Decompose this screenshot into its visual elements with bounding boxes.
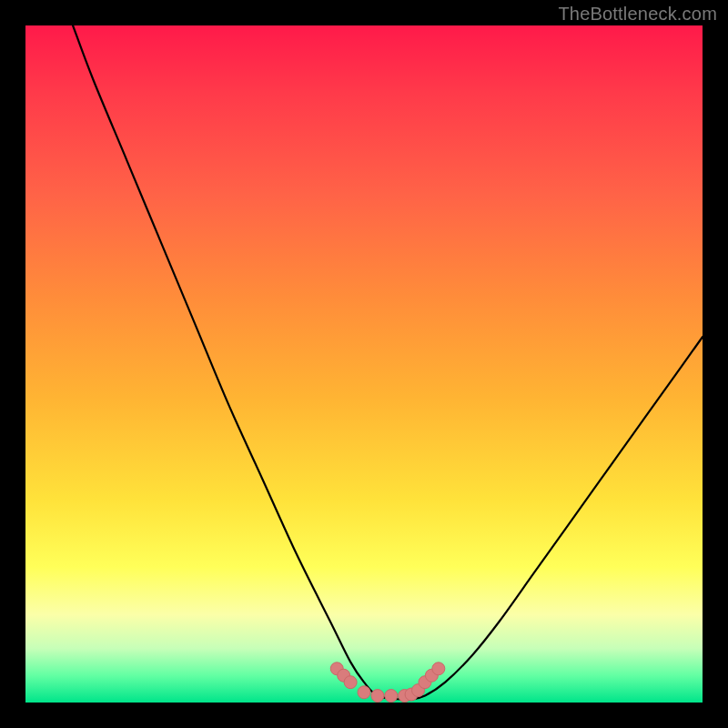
watermark-text: TheBottleneck.com [558,4,717,25]
highlight-marker [358,686,370,699]
highlight-marker [344,676,357,689]
chart-frame: TheBottleneck.com [0,0,728,728]
highlight-marker [371,690,384,703]
plot-area [25,25,703,703]
markers-layer [25,25,703,703]
highlight-markers [330,662,445,703]
highlight-marker [385,690,398,703]
highlight-marker [432,662,445,675]
